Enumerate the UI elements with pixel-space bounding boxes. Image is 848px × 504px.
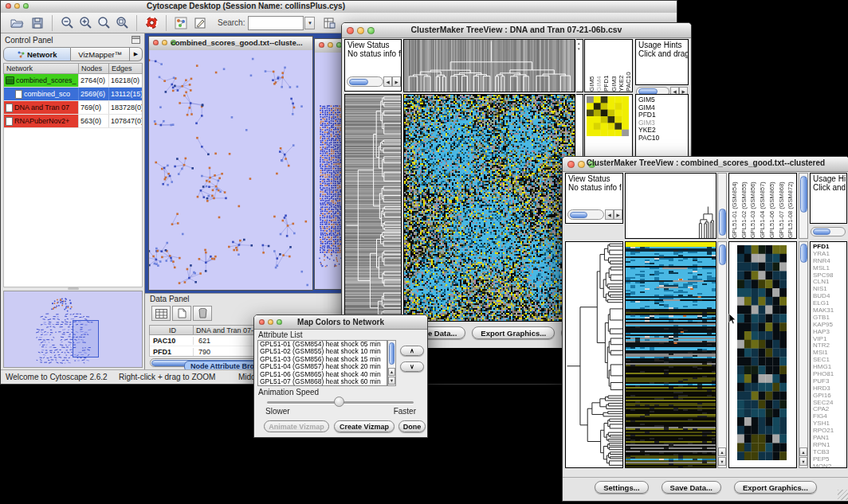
tv2-row-dendrogram[interactable] xyxy=(566,242,622,467)
data-panel-title: Data Panel xyxy=(150,295,189,303)
treeview1-titlebar[interactable]: ClusterMaker TreeView : DNA and Tran 07-… xyxy=(342,23,691,38)
float-panel-icon[interactable] xyxy=(130,35,141,45)
attribute-list-scrollbar[interactable]: ▲ ▼ xyxy=(387,340,396,386)
network-table-row[interactable]: RNAPuberNov2+563(0)107847(0) xyxy=(4,115,142,128)
tv2-action-button[interactable]: Export Graphics... xyxy=(734,481,817,494)
scroll-right-button[interactable]: ▶ xyxy=(614,209,622,220)
search-dropdown-button[interactable]: ▼ xyxy=(304,17,315,29)
tv2-collabel-scroll-thumb[interactable] xyxy=(719,209,726,236)
scroll-down-button[interactable]: ▼ xyxy=(799,457,807,466)
tv1-action-button[interactable]: Export Graphics... xyxy=(472,326,555,339)
tv1-status-scrollbar[interactable] xyxy=(347,76,383,87)
create-vizmap-button[interactable]: Create Vizmap xyxy=(334,420,395,432)
col-header-nodes[interactable]: Nodes xyxy=(79,64,109,73)
tab-overflow-button[interactable]: ▶ xyxy=(130,47,143,61)
tv2-column-dendrogram[interactable] xyxy=(626,174,716,238)
move-down-button[interactable]: ∨ xyxy=(400,361,424,372)
tv2-action-button[interactable]: Save Data... xyxy=(662,481,721,494)
network-table-row[interactable]: combined_sco2569(6)13112(15) xyxy=(4,88,142,101)
attribute-list[interactable]: GPL51-01 (GSM854) heat shock 05 minGPL51… xyxy=(257,340,387,386)
tv2-status-scrollbar[interactable] xyxy=(567,209,604,220)
tv2-usage-hints-text: Click and xyxy=(811,183,846,192)
main-titlebar[interactable]: Cytoscape Desktop (Session Name: collins… xyxy=(1,1,677,14)
scroll-up-button[interactable]: ▲ xyxy=(388,368,395,376)
zoom-button[interactable] xyxy=(23,3,29,9)
close-button[interactable] xyxy=(319,42,324,48)
animate-vizmap-button[interactable]: Animate Vizmap xyxy=(264,420,329,432)
scroll-down-button[interactable]: ▼ xyxy=(718,457,726,466)
tv2-right-scrollbar-top[interactable] xyxy=(799,173,808,239)
network-table-row[interactable]: combined_scores_2764(0)16218(0) xyxy=(4,74,142,88)
col-header-edges[interactable]: Edges xyxy=(109,64,142,73)
scroll-left-button[interactable]: ◀ xyxy=(605,209,614,220)
scroll-up-button[interactable]: ▲ xyxy=(799,447,807,456)
tv2-right-scroll-thumb-top[interactable] xyxy=(800,176,807,213)
treeview2-titlebar[interactable]: ClusterMaker TreeView : combined_scores_… xyxy=(563,157,848,172)
attribute-list-item[interactable]: GPL51-07 (GSM868) heat shock 60 min xyxy=(258,378,387,385)
import-table-icon[interactable] xyxy=(321,15,337,31)
tv2-gene-label: BUD4 xyxy=(811,292,846,299)
tv2-action-button[interactable]: Settings... xyxy=(595,481,648,494)
col-header-network[interactable]: Network xyxy=(4,64,79,73)
search-input[interactable] xyxy=(248,16,304,30)
scroll-up-button[interactable]: ▲ xyxy=(718,447,726,456)
minimize-button[interactable] xyxy=(14,3,20,9)
tv2-column-label: GPL51-07 (GSM868) xyxy=(778,174,787,238)
network-table-row[interactable]: DNA and Tran 07769(0)183728(0) xyxy=(4,101,142,115)
toolbar-separator xyxy=(166,15,167,31)
tv2-usage-scroll-thumb[interactable] xyxy=(813,229,830,235)
tv2-status-scroll-thumb[interactable] xyxy=(570,212,587,218)
tv2-zoom-heatmap[interactable] xyxy=(737,245,787,460)
close-button[interactable] xyxy=(6,3,11,9)
network-overview-icon[interactable] xyxy=(173,15,189,31)
zoom-out-icon[interactable] xyxy=(59,15,75,31)
tv2-usage-scrollbar[interactable] xyxy=(811,227,846,236)
scroll-right-button[interactable]: ▶ xyxy=(392,76,401,87)
datapanel-table-icon[interactable] xyxy=(151,306,171,321)
move-up-button[interactable]: ∧ xyxy=(400,346,424,356)
tv1-status-scroll-thumb[interactable] xyxy=(349,79,368,85)
scroll-down-button[interactable]: ▼ xyxy=(388,377,395,385)
tv2-heatmap-scrollbar[interactable]: ▲ ▼ xyxy=(717,241,727,468)
close-button[interactable] xyxy=(153,40,159,45)
network-table-body: combined_scores_2764(0)16218(0)combined_… xyxy=(3,74,143,287)
tv2-heatmap-scroll-thumb[interactable] xyxy=(719,244,726,265)
tv1-zoom-heatmap[interactable] xyxy=(587,96,629,136)
birdseye-splitter[interactable] xyxy=(68,287,79,290)
zoom-selected-icon[interactable] xyxy=(114,15,130,31)
zoom-fit-icon[interactable] xyxy=(96,15,112,31)
tv2-genelist-scroll-thumb[interactable] xyxy=(800,244,807,263)
network-window-1-titlebar[interactable]: combined_scores_good.txt--cluste... xyxy=(149,37,312,51)
attribute-scroll-thumb[interactable] xyxy=(389,342,395,365)
network-view-1[interactable] xyxy=(149,50,312,290)
tv2-column-labels: GPL51-01 (GSM854)GPL51-02 (GSM855)GPL51-… xyxy=(729,174,796,238)
minimize-button[interactable] xyxy=(328,42,333,48)
speed-slider-thumb[interactable] xyxy=(334,397,344,407)
dialog-titlebar[interactable]: Map Colors to Network xyxy=(254,315,427,330)
tv1-row-dendrogram[interactable] xyxy=(345,95,401,321)
tab-network[interactable]: Network xyxy=(3,47,71,61)
spinner-up-icon[interactable]: ▲ xyxy=(577,41,580,45)
annotation-icon[interactable] xyxy=(192,15,208,31)
datapanel-new-icon[interactable] xyxy=(172,306,191,321)
datapanel-delete-icon[interactable] xyxy=(193,306,212,321)
tv1-column-dendrogram[interactable] xyxy=(404,40,575,92)
datapanel-col-id[interactable]: ID xyxy=(150,326,194,334)
folder-icon xyxy=(6,76,14,84)
open-file-icon[interactable] xyxy=(9,15,25,31)
tab-vizmapper[interactable]: VizMapper™ xyxy=(71,47,130,61)
spinner-down-icon[interactable]: ▼ xyxy=(577,47,580,51)
network-birdseye-view[interactable] xyxy=(4,291,142,367)
tv2-collabel-scrollbar[interactable] xyxy=(717,173,727,239)
zoom-in-icon[interactable] xyxy=(77,15,93,31)
done-button[interactable]: Done xyxy=(398,420,426,432)
tv1-usage-hints-text: Click and drag tc xyxy=(636,49,688,58)
tv1-heatmap[interactable] xyxy=(404,95,575,321)
help-lifering-icon[interactable] xyxy=(143,15,159,31)
tv1-column-label: YKE2 xyxy=(618,40,625,92)
tv2-genelist-scrollbar[interactable]: ▲ ▼ xyxy=(799,241,808,468)
resize-grip[interactable] xyxy=(838,490,848,500)
tv2-heatmap[interactable] xyxy=(626,242,716,467)
save-icon[interactable] xyxy=(29,15,45,31)
scroll-left-button[interactable]: ◀ xyxy=(383,76,392,87)
